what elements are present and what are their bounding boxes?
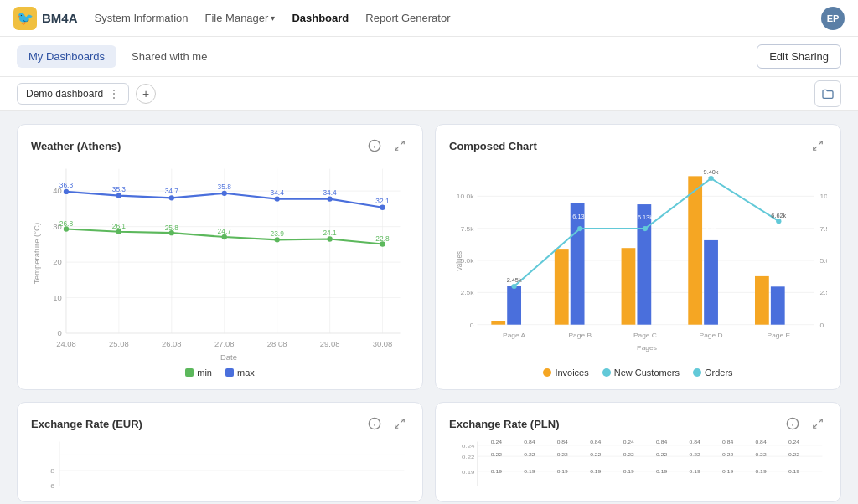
svg-text:Page E: Page E (768, 332, 791, 339)
composed-chart-icons (809, 136, 827, 155)
svg-text:0: 0 (470, 321, 474, 329)
svg-line-109 (395, 424, 399, 428)
exchange-eur-card: Exchange Rate (EUR) 6 8 (17, 402, 423, 502)
svg-rect-79 (555, 249, 569, 325)
exchange-pln-header: Exchange Rate (PLN) (449, 414, 827, 433)
exchange-pln-icons (783, 414, 827, 433)
svg-text:0.84: 0.84 (755, 440, 767, 445)
svg-text:7.5k: 7.5k (820, 225, 827, 233)
svg-text:Page D: Page D (700, 332, 723, 339)
composed-chart-title: Composed Chart (449, 140, 537, 152)
weather-chart-area: 0 10 20 30 40 24.08 25.08 26.08 27.08 28… (31, 160, 409, 364)
add-dashboard-button[interactable]: + (136, 84, 156, 104)
svg-text:Pages: Pages (637, 344, 657, 352)
exchange-eur-title: Exchange Rate (EUR) (31, 418, 142, 430)
tab-my-dashboards[interactable]: My Dashboards (17, 45, 116, 68)
edit-sharing-button[interactable]: Edit Sharing (757, 44, 841, 69)
expand-icon[interactable] (390, 414, 409, 433)
composed-chart-header: Composed Chart (449, 136, 827, 155)
svg-text:Page A: Page A (503, 332, 526, 339)
svg-line-59 (819, 141, 822, 145)
svg-rect-86 (771, 286, 785, 324)
svg-text:6.13k: 6.13k (572, 213, 587, 220)
svg-text:20: 20 (53, 257, 61, 266)
exchange-pln-title: Exchange Rate (PLN) (449, 418, 559, 430)
svg-text:25.08: 25.08 (109, 339, 129, 348)
svg-text:0.84: 0.84 (656, 440, 668, 445)
svg-text:0.19: 0.19 (462, 469, 474, 475)
svg-point-87 (511, 284, 516, 289)
svg-text:0.19: 0.19 (524, 469, 535, 474)
svg-text:34.4: 34.4 (271, 188, 285, 197)
dashboard-bar: Demo dashboard ⋮ + (0, 77, 858, 111)
svg-text:0.24: 0.24 (623, 440, 635, 445)
svg-point-90 (708, 176, 713, 181)
svg-text:Page C: Page C (633, 332, 657, 339)
info-icon[interactable] (365, 136, 384, 155)
svg-text:34.7: 34.7 (165, 187, 179, 195)
folder-icon-button[interactable] (814, 80, 841, 107)
svg-text:8: 8 (50, 468, 55, 475)
svg-text:35.8: 35.8 (218, 183, 232, 191)
svg-text:0.84: 0.84 (524, 440, 535, 445)
nav-system-info[interactable]: System Information (95, 12, 189, 24)
info-icon[interactable] (783, 414, 802, 433)
svg-text:34.4: 34.4 (323, 188, 337, 197)
legend-new-customers: New Customers (602, 368, 680, 378)
svg-text:0.22: 0.22 (491, 452, 503, 457)
svg-line-119 (819, 419, 822, 423)
svg-text:0.19: 0.19 (755, 469, 767, 474)
svg-text:0.22: 0.22 (462, 455, 474, 460)
demo-dashboard-tab[interactable]: Demo dashboard ⋮ (17, 83, 129, 105)
svg-text:Values: Values (456, 251, 463, 271)
more-options-icon[interactable]: ⋮ (108, 87, 120, 100)
svg-text:0.24: 0.24 (462, 443, 474, 449)
svg-text:28.08: 28.08 (267, 339, 287, 348)
info-icon[interactable] (365, 414, 384, 433)
nav-file-manager[interactable]: File Manager ▾ (205, 12, 276, 24)
svg-text:0.84: 0.84 (590, 440, 602, 445)
nav-dashboard[interactable]: Dashboard (292, 12, 349, 24)
composed-chart-card: Composed Chart 0 2.5k 5.0k 7.5k 10.0k 0 … (435, 124, 841, 390)
svg-point-91 (776, 219, 781, 224)
nav-report-generator[interactable]: Report Generator (365, 12, 450, 24)
svg-text:10.0k: 10.0k (820, 193, 827, 201)
demo-tab-label: Demo dashboard (26, 88, 103, 100)
svg-text:26.8: 26.8 (59, 219, 74, 228)
sub-navigation: My Dashboards Shared with me Edit Sharin… (0, 37, 858, 77)
svg-text:2.5k: 2.5k (461, 290, 475, 297)
expand-icon[interactable] (809, 414, 827, 433)
svg-text:0.19: 0.19 (722, 469, 734, 474)
top-navigation: 🐦 BM4A System Information File Manager ▾… (0, 0, 858, 37)
svg-text:36.3: 36.3 (59, 181, 74, 189)
svg-text:2.45k: 2.45k (507, 276, 522, 284)
svg-rect-80 (571, 203, 585, 325)
logo-text: BM4A (42, 11, 78, 25)
avatar[interactable]: EP (821, 7, 845, 30)
legend-max: max (225, 368, 255, 378)
svg-rect-84 (704, 240, 718, 325)
svg-text:0.19: 0.19 (623, 469, 635, 474)
svg-rect-85 (755, 276, 769, 325)
svg-text:10: 10 (53, 293, 61, 302)
svg-text:0.19: 0.19 (788, 469, 800, 474)
legend-orders: Orders (693, 368, 733, 378)
expand-icon[interactable] (390, 136, 409, 155)
svg-point-88 (577, 226, 582, 231)
svg-text:0.22: 0.22 (557, 452, 569, 457)
svg-text:26.08: 26.08 (162, 339, 182, 348)
svg-text:0.22: 0.22 (755, 452, 767, 457)
exchange-eur-chart: 6 8 (31, 438, 409, 490)
weather-card-title: Weather (Athens) (31, 140, 121, 152)
svg-rect-82 (637, 204, 651, 325)
svg-text:5.0k: 5.0k (820, 257, 827, 265)
svg-text:7.5k: 7.5k (461, 225, 475, 233)
tab-shared-with-me[interactable]: Shared with me (120, 45, 219, 68)
expand-icon[interactable] (809, 136, 827, 155)
svg-line-108 (401, 419, 404, 423)
svg-text:0.22: 0.22 (590, 452, 602, 457)
svg-text:35.3: 35.3 (112, 185, 127, 193)
svg-text:26.1: 26.1 (112, 222, 127, 230)
svg-text:0.22: 0.22 (722, 452, 734, 457)
svg-point-37 (380, 205, 385, 210)
